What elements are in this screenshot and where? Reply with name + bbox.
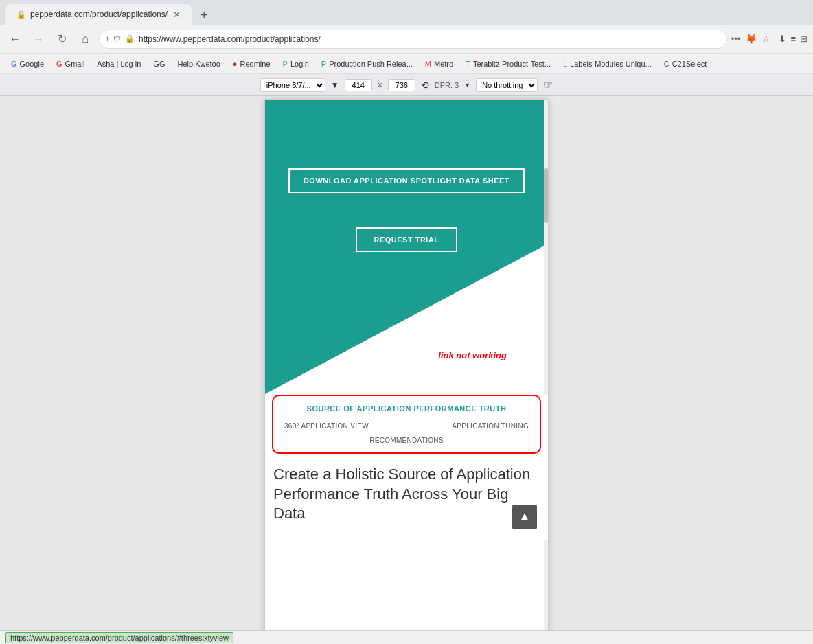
- mobile-frame: DOWNLOAD APPLICATION SPOTLIGHT DATA SHEE…: [264, 99, 549, 641]
- device-selector[interactable]: iPhone 6/7/...: [260, 78, 325, 92]
- scrollbar-thumb[interactable]: [544, 168, 548, 223]
- teal-section: DOWNLOAD APPLICATION SPOTLIGHT DATA SHEE…: [265, 100, 548, 395]
- dpr-chevron[interactable]: ▼: [464, 82, 470, 89]
- refresh-button[interactable]: ↻: [52, 30, 71, 49]
- url-text: https://www.pepperdata.com/product/appli…: [139, 34, 720, 44]
- pocket-icon[interactable]: 🦊: [746, 34, 757, 44]
- bookmark-google[interactable]: G Google: [5, 58, 49, 69]
- scroll-up-button[interactable]: ▲: [512, 505, 537, 529]
- height-input[interactable]: [388, 79, 415, 91]
- bookmark-production[interactable]: P Production Push Relea...: [316, 58, 418, 69]
- width-input[interactable]: [345, 79, 372, 91]
- forward-button[interactable]: →: [29, 30, 48, 49]
- new-tab-button[interactable]: +: [194, 5, 214, 25]
- back-button[interactable]: ←: [5, 30, 25, 49]
- bookmark-labels[interactable]: L Labels-Modules Uniqu...: [558, 58, 657, 69]
- bookmark-redmine[interactable]: ● Redmine: [227, 58, 276, 69]
- scroll-up-icon: ▲: [518, 509, 531, 524]
- page-content: DOWNLOAD APPLICATION SPOTLIGHT DATA SHEE…: [265, 100, 548, 641]
- holistic-title: Create a Holistic Source of Application …: [273, 465, 540, 524]
- cursor-icon: ☞: [543, 78, 553, 91]
- nav-items-row: 360° APPLICATION VIEW APPLICATION TUNING: [282, 422, 531, 430]
- bookmark-gg[interactable]: GG: [148, 58, 170, 69]
- nav-recommendations[interactable]: RECOMMENDATIONS: [282, 437, 531, 444]
- status-url: https://www.pepperdata.com/product/appli…: [5, 632, 233, 643]
- tab-title: pepperdata.com/product/applications/: [30, 10, 168, 19]
- bookmark-asha[interactable]: Asha | Log in: [91, 58, 146, 69]
- bookmark-metro[interactable]: M Metro: [420, 58, 459, 69]
- rotate-icon[interactable]: ⟲: [421, 80, 429, 91]
- download-icon[interactable]: ⬇: [779, 34, 786, 44]
- bookmark-gmail[interactable]: G Gmail: [51, 58, 90, 69]
- holistic-section: Create a Holistic Source of Application …: [265, 454, 548, 540]
- dim-separator-1: ▼: [331, 80, 339, 90]
- more-menu-icon[interactable]: •••: [731, 34, 741, 44]
- nav-right-icons: ••• 🦊 ☆: [731, 34, 771, 44]
- link-not-working-label: link not working: [438, 350, 507, 360]
- nav-box: SOURCE OF APPLICATION PERFORMANCE TRUTH …: [272, 395, 541, 454]
- bookmark-help[interactable]: Help.Kwetoo: [172, 58, 225, 69]
- nav-box-title: SOURCE OF APPLICATION PERFORMANCE TRUTH: [282, 404, 531, 413]
- tab-bar: 🔒 pepperdata.com/product/applications/ ✕…: [0, 0, 813, 25]
- reader-view-icon[interactable]: ≡: [790, 34, 796, 44]
- bookmark-login[interactable]: P Login: [277, 58, 314, 69]
- white-nav-section: SOURCE OF APPLICATION PERFORMANCE TRUTH …: [265, 395, 548, 540]
- info-icon: ℹ: [106, 34, 109, 43]
- mobile-scrollbar[interactable]: [544, 100, 548, 641]
- dimension-x: ×: [378, 80, 382, 90]
- device-toolbar: iPhone 6/7/... ▼ × ⟲ DPR: 3 ▼ No throttl…: [0, 74, 813, 96]
- nav-360-view[interactable]: 360° APPLICATION VIEW: [284, 422, 369, 430]
- status-bar: https://www.pepperdata.com/product/appli…: [0, 630, 813, 644]
- request-trial-button[interactable]: REQUEST TRIAL: [356, 227, 457, 252]
- throttle-selector[interactable]: No throttling: [476, 78, 538, 92]
- toolbar-right: ⬇ ≡ ⊟: [775, 34, 808, 44]
- active-tab[interactable]: 🔒 pepperdata.com/product/applications/ ✕: [5, 4, 192, 25]
- viewport-area: DOWNLOAD APPLICATION SPOTLIGHT DATA SHEE…: [0, 96, 813, 630]
- dpr-label: DPR: 3: [435, 81, 459, 89]
- bookmark-terabitz[interactable]: T Terabitz-Product-Test...: [460, 58, 556, 69]
- shield-icon: 🛡: [113, 35, 121, 43]
- bookmark-c21[interactable]: C C21Select: [659, 58, 713, 69]
- browser-chrome: 🔒 pepperdata.com/product/applications/ ✕…: [0, 0, 813, 96]
- home-button[interactable]: ⌂: [76, 30, 95, 49]
- bookmark-star-icon[interactable]: ☆: [762, 34, 770, 44]
- lock-icon: 🔒: [125, 34, 135, 43]
- sidebar-icon[interactable]: ⊟: [800, 34, 808, 44]
- bookmarks-bar: G Google G Gmail Asha | Log in GG Help.K…: [0, 54, 813, 74]
- nav-app-tuning[interactable]: APPLICATION TUNING: [452, 422, 529, 430]
- nav-bar: ← → ↻ ⌂ ℹ 🛡 🔒 https://www.pepperdata.com…: [0, 25, 813, 54]
- download-datasheet-button[interactable]: DOWNLOAD APPLICATION SPOTLIGHT DATA SHEE…: [288, 168, 525, 193]
- address-bar[interactable]: ℹ 🛡 🔒 https://www.pepperdata.com/product…: [99, 30, 727, 49]
